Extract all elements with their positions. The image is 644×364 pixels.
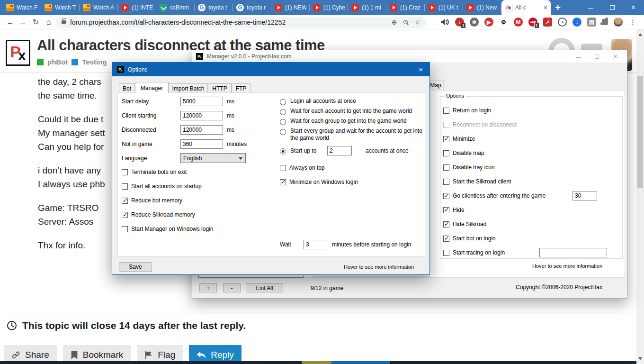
url-text[interactable]: forum.projecthax.com/t/all-characters-di…	[70, 18, 286, 26]
start-up-to-count-input[interactable]: 2	[327, 146, 352, 155]
checkbox-label: Start Manager on Windows login	[131, 226, 213, 232]
browser-tab[interactable]: (1) Craz	[386, 0, 425, 15]
checkbox-go-clientless-after-entering-the-game[interactable]	[443, 193, 449, 199]
downloader-ext-icon[interactable]: ↓1	[455, 18, 464, 27]
disconnected-input[interactable]: 120000	[180, 125, 223, 135]
film-reel-icon[interactable]: ✻	[470, 18, 479, 27]
download-manager-icon[interactable]: ↓	[572, 18, 581, 27]
start-tracing-on-login-input[interactable]	[539, 248, 607, 257]
extensions-puzzle-icon[interactable]	[602, 19, 608, 25]
browser-tab[interactable]: (1) NEW	[271, 0, 310, 15]
scroll-down-arrow-icon[interactable]	[638, 357, 642, 360]
checkbox-reduce-bot-memory[interactable]	[122, 198, 128, 204]
target-icon[interactable]: ⊕	[392, 18, 397, 26]
checkbox-hide-silkroad[interactable]	[443, 221, 449, 228]
save-button[interactable]: Save	[119, 262, 152, 272]
checkbox-minimize-on-windows-login[interactable]	[280, 179, 286, 185]
address-bar[interactable]: forum.projecthax.com/t/all-characters-di…	[56, 17, 426, 28]
start-delay-input[interactable]: 5000	[180, 97, 223, 106]
tab-title: (1) UK t	[438, 4, 460, 11]
browser-tab[interactable]: (1) New	[463, 0, 501, 15]
browser-tab[interactable]: Watch T	[41, 0, 80, 15]
remove-account-button[interactable]: -	[223, 283, 241, 292]
menu-dots-icon[interactable]: ⋮	[628, 18, 637, 27]
speedtest-icon[interactable]: ◔	[558, 18, 567, 27]
minimize-button[interactable]	[576, 52, 581, 61]
forward-icon[interactable]: →	[17, 18, 29, 27]
tab-http[interactable]: HTTP	[208, 83, 232, 93]
browser-tab[interactable]: Watch F	[3, 0, 41, 15]
tab-close-icon[interactable]: ×	[544, 4, 547, 11]
maximize-button[interactable]	[595, 55, 599, 59]
zoom-icon[interactable]	[403, 20, 408, 24]
tab-manager[interactable]: Manager	[135, 82, 169, 93]
browser-tab[interactable]: Watch A	[80, 0, 118, 15]
checkbox-start-manager-on-windows-login[interactable]	[122, 226, 128, 232]
checkbox-start-all-accounts-on-startup[interactable]	[122, 183, 128, 190]
checkbox-label: Reduce bot memory	[131, 197, 182, 204]
scroll-up-arrow-icon[interactable]	[638, 33, 642, 36]
back-icon[interactable]: ←	[4, 18, 17, 27]
checkbox-start-the-silkroad-client[interactable]	[443, 179, 449, 185]
checkbox-start-tracing-on-login[interactable]	[443, 250, 449, 256]
radio-login-all-accounts-at-once[interactable]	[280, 99, 286, 105]
checkbox-disable-tray-icon[interactable]	[443, 164, 449, 171]
mega-icon[interactable]: M	[514, 18, 523, 27]
radio-start-every-group-and-wait-for-the-account-to-get-into-the-game-world[interactable]	[280, 129, 286, 135]
checkbox-hide[interactable]	[443, 207, 449, 213]
adblock-icon[interactable]: ABP1	[528, 18, 537, 27]
photos-icon[interactable]: ▤	[587, 18, 596, 27]
go-clientless-after-entering-the-game-input[interactable]: 30	[572, 191, 597, 200]
wait-minutes-input[interactable]: 3	[304, 240, 327, 249]
reload-icon[interactable]: ↻	[29, 18, 42, 27]
checkbox-return-on-login[interactable]	[443, 108, 449, 114]
radio-start-up-to[interactable]	[280, 148, 286, 155]
tag-label[interactable]: Testing	[82, 58, 107, 66]
gear-icon[interactable]: ⚙	[499, 18, 508, 27]
manager-titlebar[interactable]: Px Manager v2.0.0 - ProjectHax.com	[192, 50, 627, 63]
tab-import-batch[interactable]: Import Batch	[169, 83, 208, 93]
field-unit: ms	[227, 112, 234, 119]
checkbox-reduce-silkroad-memory[interactable]	[122, 212, 128, 218]
browser-tab[interactable]: (1) INTE	[118, 0, 156, 15]
vanced-icon[interactable]: ▶	[484, 18, 493, 27]
checkbox-always-on-top[interactable]	[280, 165, 286, 171]
bookmark-star-icon[interactable]: ☆	[414, 18, 420, 26]
tab-bot[interactable]: Bot	[119, 83, 135, 93]
tab-map[interactable]: Map	[428, 80, 444, 90]
speaker-glyph	[441, 18, 449, 26]
radio-wait-for-each-account-to-get-into-the-game-world[interactable]	[280, 109, 286, 115]
tab-ftp[interactable]: FTP	[232, 83, 250, 93]
not-in-game-input[interactable]: 360	[180, 139, 223, 149]
pin-extension-icon[interactable]: ↗	[543, 18, 552, 27]
close-button[interactable]	[623, 0, 644, 15]
checkbox-disable-map[interactable]	[443, 150, 449, 156]
add-account-button[interactable]: +	[199, 283, 217, 292]
minimize-button[interactable]	[580, 0, 601, 15]
close-button[interactable]	[613, 52, 617, 61]
browser-tab[interactable]: (1) Cybe	[310, 0, 348, 15]
checkbox-start-bot-on-login[interactable]	[443, 236, 449, 242]
browser-tab[interactable]: (1) 1 mi	[348, 0, 386, 15]
options-titlebar[interactable]: Px Options	[112, 63, 429, 76]
browser-tab[interactable]: (1) UK t	[425, 0, 463, 15]
close-icon[interactable]	[417, 65, 425, 73]
browser-tab-active[interactable]: PxAll c×	[501, 0, 551, 15]
browser-tab[interactable]: ccBmm	[156, 0, 195, 15]
browser-tab[interactable]: Gtoyota t	[195, 0, 233, 15]
scrollbar-thumb[interactable]	[637, 76, 643, 188]
client-starting-input[interactable]: 120000	[180, 111, 223, 120]
page-scrollbar[interactable]	[636, 29, 644, 364]
maximize-button[interactable]	[601, 0, 623, 15]
radio-wait-for-each-group-to-get-into-the-game-world[interactable]	[280, 119, 286, 125]
checkbox-terminate-bots-on-exit[interactable]	[122, 169, 128, 175]
language-dropdown[interactable]: English	[180, 153, 246, 163]
browser-tab[interactable]: Gtoyota r	[233, 0, 271, 15]
exit-all-button[interactable]: Exit All	[246, 283, 283, 292]
home-icon[interactable]: ⌂	[42, 18, 55, 27]
tag-label[interactable]: phBot	[47, 58, 68, 66]
new-tab-button[interactable]: +	[551, 0, 565, 15]
profile-avatar[interactable]	[614, 18, 623, 27]
checkbox-minimize[interactable]	[443, 136, 449, 142]
volume-icon[interactable]	[440, 18, 449, 27]
